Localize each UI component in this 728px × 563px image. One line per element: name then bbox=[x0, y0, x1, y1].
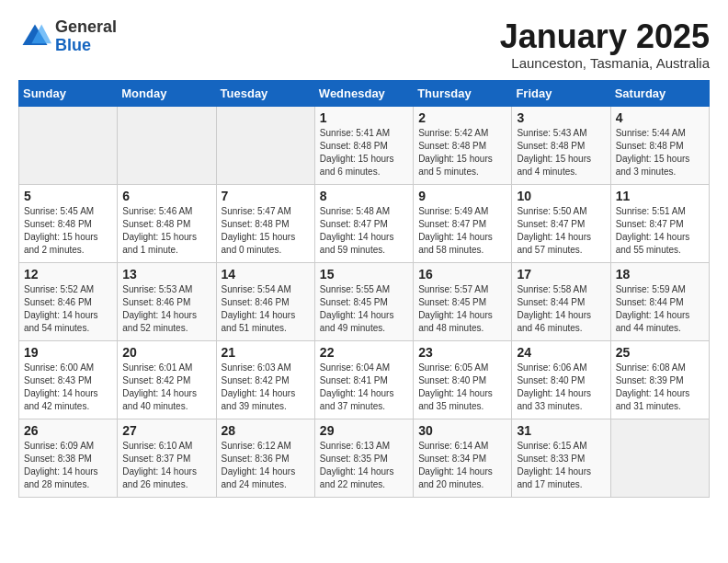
weekday-header: Friday bbox=[512, 80, 610, 106]
calendar-cell: 22Sunrise: 6:04 AMSunset: 8:41 PMDayligh… bbox=[314, 340, 413, 419]
calendar-week-row: 12Sunrise: 5:52 AMSunset: 8:46 PMDayligh… bbox=[19, 262, 710, 340]
cell-info: Sunrise: 5:54 AMSunset: 8:46 PMDaylight:… bbox=[222, 283, 310, 335]
calendar-cell: 11Sunrise: 5:51 AMSunset: 8:47 PMDayligh… bbox=[610, 184, 709, 262]
day-number: 21 bbox=[222, 345, 310, 360]
day-number: 30 bbox=[418, 423, 506, 438]
calendar-cell: 13Sunrise: 5:53 AMSunset: 8:46 PMDayligh… bbox=[118, 262, 216, 340]
day-number: 24 bbox=[517, 345, 605, 360]
day-number: 19 bbox=[24, 345, 112, 360]
cell-info: Sunrise: 6:08 AMSunset: 8:39 PMDaylight:… bbox=[616, 362, 704, 413]
cell-info: Sunrise: 6:00 AMSunset: 8:43 PMDaylight:… bbox=[24, 362, 112, 413]
day-number: 29 bbox=[320, 423, 408, 438]
cell-info: Sunrise: 5:59 AMSunset: 8:44 PMDaylight:… bbox=[616, 283, 704, 335]
calendar-cell: 30Sunrise: 6:14 AMSunset: 8:34 PMDayligh… bbox=[414, 419, 512, 497]
day-number: 17 bbox=[517, 267, 605, 282]
calendar-cell: 15Sunrise: 5:55 AMSunset: 8:45 PMDayligh… bbox=[314, 262, 413, 340]
logo-text: General Blue bbox=[55, 18, 117, 55]
day-number: 22 bbox=[320, 345, 408, 360]
day-number: 12 bbox=[24, 267, 112, 282]
day-number: 2 bbox=[418, 110, 506, 125]
calendar-cell bbox=[216, 106, 314, 184]
day-number: 27 bbox=[122, 423, 210, 438]
day-number: 4 bbox=[616, 110, 704, 125]
day-number: 31 bbox=[517, 423, 605, 438]
cell-info: Sunrise: 6:03 AMSunset: 8:42 PMDaylight:… bbox=[222, 362, 310, 413]
calendar-cell: 31Sunrise: 6:15 AMSunset: 8:33 PMDayligh… bbox=[512, 419, 610, 497]
calendar-cell: 19Sunrise: 6:00 AMSunset: 8:43 PMDayligh… bbox=[19, 340, 118, 419]
calendar-cell: 24Sunrise: 6:06 AMSunset: 8:40 PMDayligh… bbox=[512, 340, 610, 419]
logo-general-text: General bbox=[55, 18, 117, 37]
cell-info: Sunrise: 5:53 AMSunset: 8:46 PMDaylight:… bbox=[122, 283, 210, 335]
month-title: January 2025 bbox=[500, 18, 710, 55]
calendar-cell: 16Sunrise: 5:57 AMSunset: 8:45 PMDayligh… bbox=[414, 262, 512, 340]
cell-info: Sunrise: 5:44 AMSunset: 8:48 PMDaylight:… bbox=[616, 127, 704, 178]
cell-info: Sunrise: 5:50 AMSunset: 8:47 PMDaylight:… bbox=[517, 205, 605, 257]
cell-info: Sunrise: 5:57 AMSunset: 8:45 PMDaylight:… bbox=[418, 283, 506, 335]
calendar-cell: 6Sunrise: 5:46 AMSunset: 8:48 PMDaylight… bbox=[118, 184, 216, 262]
calendar-cell: 4Sunrise: 5:44 AMSunset: 8:48 PMDaylight… bbox=[610, 106, 709, 184]
calendar-week-row: 19Sunrise: 6:00 AMSunset: 8:43 PMDayligh… bbox=[19, 340, 710, 419]
calendar-cell bbox=[118, 106, 216, 184]
calendar-cell bbox=[19, 106, 118, 184]
calendar-cell: 12Sunrise: 5:52 AMSunset: 8:46 PMDayligh… bbox=[19, 262, 118, 340]
calendar-week-row: 1Sunrise: 5:41 AMSunset: 8:48 PMDaylight… bbox=[19, 106, 710, 184]
calendar-cell: 7Sunrise: 5:47 AMSunset: 8:48 PMDaylight… bbox=[216, 184, 314, 262]
calendar-table: SundayMondayTuesdayWednesdayThursdayFrid… bbox=[18, 80, 710, 498]
cell-info: Sunrise: 6:09 AMSunset: 8:38 PMDaylight:… bbox=[24, 440, 112, 491]
location: Launceston, Tasmania, Australia bbox=[500, 55, 710, 71]
weekday-row: SundayMondayTuesdayWednesdayThursdayFrid… bbox=[19, 80, 710, 106]
cell-info: Sunrise: 5:51 AMSunset: 8:47 PMDaylight:… bbox=[616, 205, 704, 257]
day-number: 25 bbox=[616, 345, 704, 360]
calendar-cell: 23Sunrise: 6:05 AMSunset: 8:40 PMDayligh… bbox=[414, 340, 512, 419]
day-number: 11 bbox=[616, 189, 704, 203]
day-number: 6 bbox=[122, 189, 210, 203]
calendar-cell: 5Sunrise: 5:45 AMSunset: 8:48 PMDaylight… bbox=[19, 184, 118, 262]
calendar-body: 1Sunrise: 5:41 AMSunset: 8:48 PMDaylight… bbox=[19, 106, 710, 497]
calendar-cell: 25Sunrise: 6:08 AMSunset: 8:39 PMDayligh… bbox=[610, 340, 709, 419]
cell-info: Sunrise: 6:10 AMSunset: 8:37 PMDaylight:… bbox=[122, 440, 210, 491]
cell-info: Sunrise: 5:55 AMSunset: 8:45 PMDaylight:… bbox=[320, 283, 408, 335]
cell-info: Sunrise: 6:05 AMSunset: 8:40 PMDaylight:… bbox=[418, 362, 506, 413]
day-number: 7 bbox=[222, 189, 310, 203]
calendar-cell: 9Sunrise: 5:49 AMSunset: 8:47 PMDaylight… bbox=[414, 184, 512, 262]
cell-info: Sunrise: 6:13 AMSunset: 8:35 PMDaylight:… bbox=[320, 440, 408, 491]
title-block: January 2025 Launceston, Tasmania, Austr… bbox=[500, 18, 710, 71]
cell-info: Sunrise: 5:41 AMSunset: 8:48 PMDaylight:… bbox=[320, 127, 408, 178]
cell-info: Sunrise: 5:45 AMSunset: 8:48 PMDaylight:… bbox=[24, 205, 112, 257]
weekday-header: Saturday bbox=[610, 80, 709, 106]
day-number: 28 bbox=[222, 423, 310, 438]
weekday-header: Thursday bbox=[414, 80, 512, 106]
day-number: 18 bbox=[616, 267, 704, 282]
cell-info: Sunrise: 5:42 AMSunset: 8:48 PMDaylight:… bbox=[418, 127, 506, 178]
calendar-cell: 2Sunrise: 5:42 AMSunset: 8:48 PMDaylight… bbox=[414, 106, 512, 184]
day-number: 9 bbox=[418, 189, 506, 203]
cell-info: Sunrise: 6:14 AMSunset: 8:34 PMDaylight:… bbox=[418, 440, 506, 491]
day-number: 3 bbox=[517, 110, 605, 125]
logo: General Blue bbox=[18, 18, 117, 55]
cell-info: Sunrise: 6:04 AMSunset: 8:41 PMDaylight:… bbox=[320, 362, 408, 413]
weekday-header: Tuesday bbox=[216, 80, 314, 106]
calendar-week-row: 5Sunrise: 5:45 AMSunset: 8:48 PMDaylight… bbox=[19, 184, 710, 262]
weekday-header: Monday bbox=[118, 80, 216, 106]
calendar-cell: 14Sunrise: 5:54 AMSunset: 8:46 PMDayligh… bbox=[216, 262, 314, 340]
logo-blue-text: Blue bbox=[55, 37, 117, 55]
calendar-cell: 21Sunrise: 6:03 AMSunset: 8:42 PMDayligh… bbox=[216, 340, 314, 419]
day-number: 1 bbox=[320, 110, 408, 125]
page-header: General Blue January 2025 Launceston, Ta… bbox=[18, 18, 710, 71]
calendar-cell: 28Sunrise: 6:12 AMSunset: 8:36 PMDayligh… bbox=[216, 419, 314, 497]
cell-info: Sunrise: 5:52 AMSunset: 8:46 PMDaylight:… bbox=[24, 283, 112, 335]
logo-icon bbox=[18, 20, 51, 53]
calendar-cell: 18Sunrise: 5:59 AMSunset: 8:44 PMDayligh… bbox=[610, 262, 709, 340]
day-number: 16 bbox=[418, 267, 506, 282]
day-number: 13 bbox=[122, 267, 210, 282]
calendar-cell: 17Sunrise: 5:58 AMSunset: 8:44 PMDayligh… bbox=[512, 262, 610, 340]
calendar-cell: 10Sunrise: 5:50 AMSunset: 8:47 PMDayligh… bbox=[512, 184, 610, 262]
calendar-cell: 3Sunrise: 5:43 AMSunset: 8:48 PMDaylight… bbox=[512, 106, 610, 184]
day-number: 8 bbox=[320, 189, 408, 203]
day-number: 10 bbox=[517, 189, 605, 203]
day-number: 23 bbox=[418, 345, 506, 360]
calendar-cell: 29Sunrise: 6:13 AMSunset: 8:35 PMDayligh… bbox=[314, 419, 413, 497]
weekday-header: Sunday bbox=[19, 80, 118, 106]
calendar-header: SundayMondayTuesdayWednesdayThursdayFrid… bbox=[19, 80, 710, 106]
day-number: 14 bbox=[222, 267, 310, 282]
